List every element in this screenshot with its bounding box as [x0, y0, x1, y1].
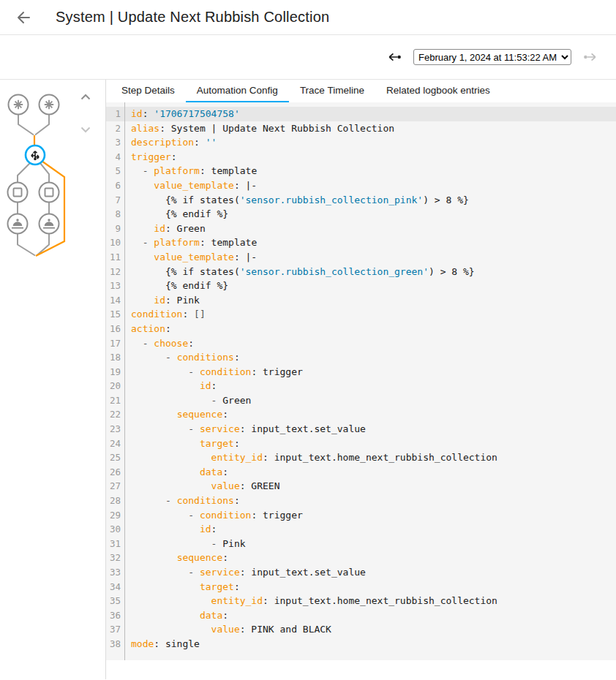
trigger-node-2[interactable] — [40, 95, 59, 115]
code-line[interactable]: 6 value_template: |- — [106, 178, 616, 193]
ray-end-arrow-left-icon — [386, 48, 403, 66]
line-number: 19 — [106, 365, 124, 379]
code-token: : — [222, 552, 228, 563]
code-line-text: - service: input_text.set_value — [124, 565, 366, 580]
code-line[interactable]: 16action: — [106, 322, 616, 336]
code-line[interactable]: 25 entity_id: input_text.home_next_rubbi… — [106, 450, 616, 465]
automation-config-editor[interactable]: 1id: '1706717504758'2alias: System | Upd… — [106, 102, 616, 660]
code-token: : template — [200, 165, 257, 176]
code-line-text: condition: [] — [124, 307, 206, 322]
code-line[interactable]: 11 value_template: |- — [106, 250, 616, 265]
code-token — [131, 295, 154, 306]
service-node-1[interactable] — [8, 214, 28, 234]
code-token — [131, 438, 200, 449]
line-number: 30 — [106, 522, 124, 537]
code-token: {% endif %} — [131, 280, 228, 291]
code-line-text: - condition: trigger — [124, 365, 303, 379]
code-line[interactable]: 24 target: — [106, 437, 616, 451]
line-number: 1 — [106, 107, 124, 121]
code-token: : — [194, 137, 206, 148]
condition-node-2[interactable] — [40, 183, 59, 203]
code-token: sequence — [177, 552, 223, 563]
code-token: value_template — [154, 180, 234, 191]
code-line-text: id: — [124, 522, 217, 537]
choose-node[interactable] — [26, 146, 45, 165]
code-line[interactable]: 35 entity_id: input_text.home_next_rubbi… — [106, 594, 616, 608]
code-line[interactable]: 21 - Green — [106, 393, 616, 408]
code-line[interactable]: 28 - conditions: — [106, 494, 616, 508]
code-token: : — [222, 409, 228, 420]
code-line[interactable]: 13 {% endif %} — [106, 279, 616, 293]
line-number: 13 — [106, 279, 124, 293]
code-line[interactable]: 29 - condition: trigger — [106, 508, 616, 523]
code-line[interactable]: 19 - condition: trigger — [106, 365, 616, 379]
code-line[interactable]: 8 {% endif %} — [106, 207, 616, 222]
line-number: 12 — [106, 265, 124, 279]
line-number: 34 — [106, 580, 124, 594]
code-line[interactable]: 23 - service: input_text.set_value — [106, 422, 616, 437]
code-line[interactable]: 5 - platform: template — [106, 164, 616, 178]
previous-node-button[interactable] — [77, 88, 94, 106]
code-line[interactable]: 36 data: — [106, 608, 616, 623]
code-line[interactable]: 32 sequence: — [106, 551, 616, 565]
code-token: : — [234, 495, 240, 506]
code-line-text: data: — [124, 465, 228, 480]
code-line[interactable]: 15condition: [] — [106, 307, 616, 322]
code-line[interactable]: 12 {% if states('sensor.rubbish_collecti… — [106, 265, 616, 279]
code-token — [131, 252, 154, 262]
code-line[interactable]: 9 id: Green — [106, 222, 616, 236]
line-number: 26 — [106, 465, 124, 480]
code-line[interactable]: 33 - service: input_text.set_value — [106, 565, 616, 580]
code-line[interactable]: 10 - platform: template — [106, 235, 616, 250]
condition-node-1[interactable] — [8, 183, 28, 203]
code-token — [131, 480, 211, 491]
code-token — [131, 595, 211, 606]
code-line[interactable]: 31 - Pink — [106, 537, 616, 551]
code-token: : input_text.set_value — [240, 423, 366, 434]
code-line[interactable]: 20 id: — [106, 379, 616, 393]
code-line[interactable]: 37 value: PINK and BLACK — [106, 622, 616, 637]
code-line[interactable]: 3description: '' — [106, 135, 616, 150]
trigger-node-1[interactable] — [9, 95, 29, 115]
code-line-text: {% endif %} — [124, 207, 228, 222]
code-token: : |- — [234, 252, 257, 262]
code-line[interactable]: 27 value: GREEN — [106, 479, 616, 494]
trace-run-select[interactable]: February 1, 2024 at 11:53:22 AM — [413, 49, 571, 65]
code-line[interactable]: 7 {% if states('sensor.rubbish_collectio… — [106, 193, 616, 208]
previous-trace-button[interactable] — [385, 48, 404, 67]
code-line[interactable]: 1id: '1706717504758' — [106, 107, 616, 121]
tab-trace-timeline[interactable]: Trace Timeline — [289, 80, 375, 102]
code-token: : — [165, 323, 171, 334]
code-line[interactable]: 30 id: — [106, 522, 616, 537]
next-trace-button[interactable] — [581, 48, 600, 67]
line-number: 22 — [106, 407, 124, 422]
code-line[interactable]: 26 data: — [106, 465, 616, 480]
next-node-button[interactable] — [77, 121, 94, 138]
code-token: : input_text.home_next_rubbish_collectio… — [263, 595, 497, 606]
code-token: : — [171, 151, 177, 162]
code-token: : trigger — [251, 366, 302, 377]
line-number: 36 — [106, 608, 124, 623]
line-number: 37 — [106, 622, 124, 637]
line-number: 3 — [106, 135, 124, 150]
code-line[interactable]: 22 sequence: — [106, 407, 616, 422]
code-line[interactable]: 38mode: single — [106, 637, 616, 651]
code-line[interactable]: 34 target: — [106, 580, 616, 594]
code-line[interactable]: 14 id: Pink — [106, 293, 616, 308]
tab-related-logbook-entries[interactable]: Related logbook entries — [375, 80, 501, 102]
code-line-text: - condition: trigger — [124, 508, 303, 523]
code-line[interactable]: 18 - conditions: — [106, 350, 616, 365]
code-line[interactable]: 17 - choose: — [106, 336, 616, 351]
code-token — [131, 409, 177, 420]
code-line[interactable]: 4trigger: — [106, 150, 616, 165]
tab-automation-config[interactable]: Automation Config — [186, 80, 289, 102]
back-button[interactable] — [10, 4, 37, 31]
service-node-2[interactable] — [40, 214, 59, 234]
code-token: : — [188, 338, 194, 349]
code-line-text: mode: single — [124, 637, 200, 651]
line-number: 4 — [106, 150, 124, 165]
code-token: - — [131, 395, 222, 406]
code-line[interactable]: 2alias: System | Update Next Rubbish Col… — [106, 121, 616, 136]
code-line-text: target: — [124, 580, 240, 594]
tab-step-details[interactable]: Step Details — [110, 80, 186, 102]
